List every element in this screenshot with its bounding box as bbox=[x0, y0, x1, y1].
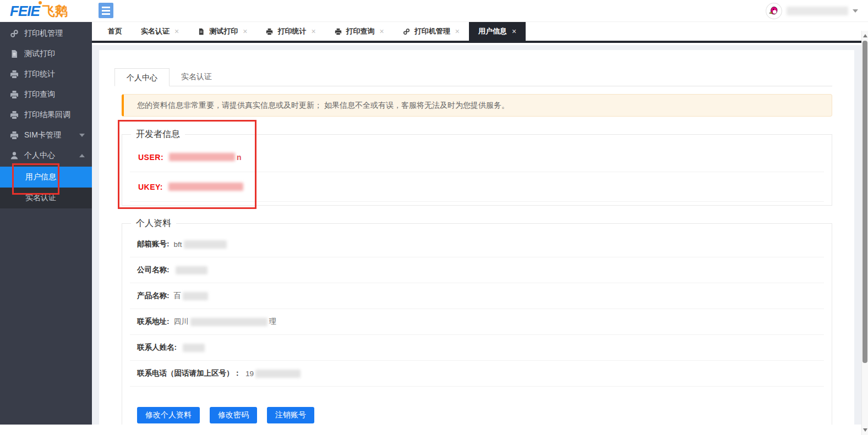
sidebar-item-label: 打印查询 bbox=[24, 90, 55, 100]
warning-alert: 您的资料信息非常重要，请提供真实信息或及时更新； 如果信息不全或有误，客服将无法… bbox=[122, 94, 832, 117]
sidebar-subitem-user-info[interactable]: 用户信息 bbox=[0, 167, 92, 188]
content-tab-label: 个人中心 bbox=[127, 73, 157, 82]
tab-realname-auth[interactable]: 实名认证 × bbox=[132, 22, 188, 41]
value-prefix: 百 bbox=[174, 291, 182, 301]
value-suffix: 理 bbox=[269, 317, 277, 327]
sidebar-subitem-label: 实名认证 bbox=[25, 193, 56, 203]
tab-print-stats[interactable]: 打印统计 × bbox=[256, 22, 325, 41]
chain-icon bbox=[403, 27, 411, 35]
profile-row-phone: 联系电话（固话请加上区号）： 19 bbox=[130, 361, 824, 387]
redacted-value bbox=[168, 183, 243, 191]
sidebar-item-label: SIM卡管理 bbox=[24, 130, 61, 140]
printer-icon bbox=[10, 130, 19, 140]
tab-user-info[interactable]: 用户信息 × bbox=[469, 22, 526, 41]
content-tab-label: 实名认证 bbox=[181, 72, 212, 81]
tab-print-query[interactable]: 打印查询 × bbox=[325, 22, 394, 41]
printer-icon bbox=[335, 27, 342, 35]
sidebar-item-sim-manage[interactable]: SIM卡管理 bbox=[0, 125, 92, 145]
close-icon[interactable]: × bbox=[243, 27, 247, 36]
username-redacted bbox=[787, 7, 848, 15]
scroll-down-icon[interactable] bbox=[863, 428, 867, 432]
sidebar-subitem-label: 用户信息 bbox=[25, 172, 56, 182]
user-menu[interactable] bbox=[766, 0, 858, 22]
sidebar-item-label: 打印机管理 bbox=[24, 29, 63, 38]
developer-ukey-row: UKEY: bbox=[130, 172, 824, 202]
printer-icon bbox=[266, 27, 274, 35]
header: FEIE 飞鹅 bbox=[0, 0, 868, 22]
developer-info-section: 开发者信息 USER: n UKEY: bbox=[122, 129, 832, 206]
tab-label: 打印机管理 bbox=[414, 26, 450, 36]
printer-icon bbox=[10, 90, 19, 99]
scroll-up-icon[interactable] bbox=[863, 34, 867, 37]
section-title: 个人资料 bbox=[131, 218, 176, 229]
profile-row-contact-name: 联系人姓名: bbox=[130, 335, 824, 361]
document-icon bbox=[10, 49, 19, 58]
sidebar-item-print-callback[interactable]: 打印结果回调 bbox=[0, 104, 92, 125]
personal-profile-section: 个人资料 邮箱账号: bft 公司名称: 产品名称: 百 bbox=[122, 218, 832, 425]
scrollbar[interactable] bbox=[861, 31, 868, 435]
profile-row-address: 联系地址: 四川 理 bbox=[130, 309, 824, 335]
tab-label: 测试打印 bbox=[209, 26, 238, 36]
delete-account-button[interactable]: 注销账号 bbox=[267, 407, 314, 423]
section-title: 开发者信息 bbox=[131, 129, 185, 140]
field-label: 邮箱账号: bbox=[137, 239, 170, 249]
redacted-value bbox=[176, 266, 208, 274]
logo-dot-icon bbox=[39, 1, 42, 4]
sidebar-item-test-print[interactable]: 测试打印 bbox=[0, 43, 92, 64]
tab-label: 打印统计 bbox=[277, 26, 306, 36]
value-suffix: n bbox=[237, 153, 242, 162]
content-tab-personal-center[interactable]: 个人中心 bbox=[114, 68, 170, 86]
sidebar-item-print-stats[interactable]: 打印统计 bbox=[0, 64, 92, 84]
redacted-value bbox=[183, 344, 205, 352]
chevron-up-icon bbox=[79, 154, 85, 157]
field-label: 联系地址: bbox=[137, 317, 170, 327]
sidebar-item-print-query[interactable]: 打印查询 bbox=[0, 84, 92, 104]
scrollbar-thumb[interactable] bbox=[862, 41, 867, 363]
sidebar-item-label: 打印统计 bbox=[24, 69, 55, 79]
sidebar-item-label: 打印结果回调 bbox=[24, 110, 70, 120]
close-icon[interactable]: × bbox=[174, 27, 179, 36]
sidebar-subitem-realname-auth[interactable]: 实名认证 bbox=[0, 188, 92, 208]
developer-user-row: USER: n bbox=[130, 142, 824, 172]
tab-label: 打印查询 bbox=[346, 26, 375, 36]
logo-text-en: FEIE bbox=[10, 3, 40, 20]
main-area: 个人中心 实名认证 您的资料信息非常重要，请提供真实信息或及时更新； 如果信息不… bbox=[92, 45, 861, 425]
field-label: 联系电话（固话请加上区号）： bbox=[137, 368, 241, 378]
field-label: 公司名称: bbox=[137, 265, 170, 275]
tab-home[interactable]: 首页 bbox=[99, 22, 132, 41]
change-password-button[interactable]: 修改密码 bbox=[210, 407, 257, 423]
chain-icon bbox=[10, 29, 19, 38]
ukey-label: UKEY: bbox=[138, 183, 163, 191]
bottom-strip bbox=[0, 425, 861, 435]
close-icon[interactable]: × bbox=[455, 27, 460, 36]
app-window: FEIE 飞鹅 打印机管理 测试打印 打 bbox=[0, 0, 868, 435]
printer-icon bbox=[10, 69, 19, 79]
close-icon[interactable]: × bbox=[311, 27, 315, 36]
action-buttons: 修改个人资料 修改密码 注销账号 bbox=[137, 407, 832, 423]
sidebar-item-personal-center[interactable]: 个人中心 bbox=[0, 145, 92, 166]
profile-row-email: 邮箱账号: bft bbox=[130, 232, 824, 257]
avatar[interactable] bbox=[766, 3, 782, 19]
hamburger-icon[interactable] bbox=[99, 3, 113, 18]
redacted-value bbox=[169, 153, 235, 161]
close-icon[interactable]: × bbox=[380, 27, 384, 36]
value-prefix: 四川 bbox=[174, 317, 189, 327]
tab-printer-manage[interactable]: 打印机管理 × bbox=[394, 22, 469, 41]
document-icon bbox=[198, 27, 205, 35]
redacted-value bbox=[183, 292, 208, 300]
user-key-label: USER: bbox=[138, 153, 163, 162]
close-icon[interactable]: × bbox=[512, 27, 516, 36]
content-tab-strip: 个人中心 实名认证 bbox=[114, 68, 832, 86]
profile-row-product: 产品名称: 百 bbox=[130, 283, 824, 309]
edit-profile-button[interactable]: 修改个人资料 bbox=[137, 407, 200, 423]
content-tab-realname-auth[interactable]: 实名认证 bbox=[170, 68, 223, 86]
feie-logo: FEIE 飞鹅 bbox=[10, 2, 68, 20]
sidebar: 打印机管理 测试打印 打印统计 打印查询 打印结果回调 SIM卡管理 个人中心 bbox=[0, 22, 92, 425]
printer-icon bbox=[10, 110, 19, 119]
redacted-value bbox=[190, 318, 268, 326]
profile-row-company: 公司名称: bbox=[130, 257, 824, 283]
tab-test-print[interactable]: 测试打印 × bbox=[188, 22, 256, 41]
sidebar-item-printer-manage[interactable]: 打印机管理 bbox=[0, 23, 92, 43]
tab-bar: 首页 实名认证 × 测试打印 × 打印统计 × 打印查询 × 打印机管理 × 用… bbox=[92, 22, 868, 43]
chevron-down-icon bbox=[853, 9, 858, 13]
